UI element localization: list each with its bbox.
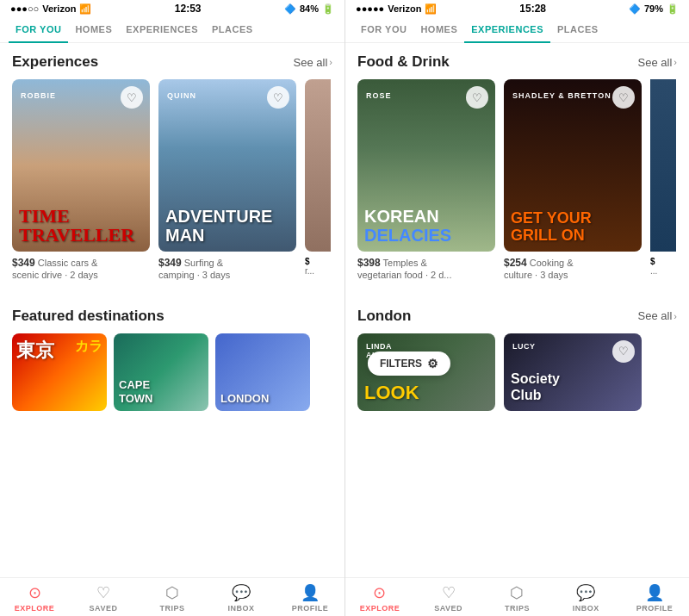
tab-experiences-right[interactable]: EXPERIENCES <box>464 17 550 43</box>
host-label-2: QUINN <box>167 91 196 100</box>
nav-explore-right[interactable]: ⊙ EXPLORE <box>345 583 414 613</box>
host-label-rose: ROSE <box>366 91 392 100</box>
experience-cards-row: ♡ ROBBIE TIMETRAVELLER $349 Classic cars… <box>12 79 332 282</box>
food-drink-section: Food & Drink See all › ♡ ROSE KOREANDELA… <box>345 43 689 285</box>
featured-section: Featured destinations 東京 カラ CAPETOWN LON… <box>0 297 344 414</box>
filter-sliders-icon: ⚙ <box>427 357 438 370</box>
nav-tabs-left: FOR YOU HOMES EXPERIENCES PLACES <box>0 17 344 43</box>
tokyo-secondary-text: カラ <box>75 338 102 356</box>
tab-for-you-left[interactable]: FOR YOU <box>9 17 68 43</box>
dest-tokyo[interactable]: 東京 カラ <box>12 333 107 411</box>
experiences-title: Experiences <box>12 53 98 71</box>
profile-icon: 👤 <box>301 583 320 602</box>
card-image-adventure: ♡ QUINN ADVENTUREMAN <box>158 79 296 252</box>
card-image-grill: ♡ SHADLEY & BRETTON GET YOURGRILL ON <box>504 79 642 252</box>
nav-trips-left[interactable]: ⬡ TRIPS <box>138 583 207 613</box>
london-header: London See all › <box>357 308 677 325</box>
dest-london[interactable]: LONDON <box>215 333 310 411</box>
card-price-grill: $254 <box>504 257 527 269</box>
london-overlay-2: SocietyClub <box>511 370 560 403</box>
london-card-1[interactable]: LINDAALWAYS LOOK FILTERS ⚙ <box>357 333 495 411</box>
card-title-overlay-2: ADVENTUREMAN <box>158 200 296 252</box>
food-drink-see-all[interactable]: See all › <box>638 56 677 69</box>
card-title-korean: KOREANDELACIES <box>364 207 488 245</box>
signal-dots-right: ●●●●● <box>356 3 384 14</box>
nav-saved-right[interactable]: ♡ SAVED <box>414 583 483 613</box>
tab-places-left[interactable]: PLACES <box>205 17 260 43</box>
wifi-icon: 📶 <box>79 3 91 15</box>
nav-trips-right[interactable]: ⬡ TRIPS <box>483 583 552 613</box>
wishlist-button-grill[interactable]: ♡ <box>612 86 635 109</box>
carrier-label: Verizon <box>42 3 76 14</box>
wishlist-button-korean[interactable]: ♡ <box>466 86 488 109</box>
london-cards-row: LINDAALWAYS LOOK FILTERS ⚙ ♡ LUCY Societ… <box>357 333 677 411</box>
time-display-right: 15:28 <box>519 3 546 15</box>
battery-pct-right: 79% <box>644 3 663 14</box>
card-title-overlay-1: TIMETRAVELLER <box>12 200 150 252</box>
card-grill[interactable]: ♡ SHADLEY & BRETTON GET YOURGRILL ON $25… <box>504 79 642 282</box>
experiences-section: Experiences See all › ♡ ROBBIE TIMETRAVE… <box>0 43 344 285</box>
explore-icon-right: ⊙ <box>373 583 386 602</box>
featured-title: Featured destinations <box>12 308 164 325</box>
london-see-all[interactable]: See all › <box>638 309 677 322</box>
card-price-korean: $398 <box>357 257 381 269</box>
london-overlay-1: LOOK <box>364 382 419 404</box>
inbox-icon-right: 💬 <box>576 583 595 602</box>
card-adventure-man[interactable]: ♡ QUINN ADVENTUREMAN $349 Surfing &campi… <box>158 79 296 282</box>
filters-label: FILTERS <box>380 358 422 370</box>
london-section: London See all › LINDAALWAYS LOOK FILTER… <box>345 297 689 414</box>
nav-profile-left[interactable]: 👤 PROFILE <box>276 583 344 613</box>
card-info-1: $349 Classic cars &scenic drive · 2 days <box>12 257 150 282</box>
tab-for-you-right[interactable]: FOR YOU <box>354 17 413 43</box>
phone-panel-right: ●●●●● Verizon 📶 15:28 🔷 79% 🔋 FOR YOU HO… <box>344 0 689 616</box>
london-card-2[interactable]: ♡ LUCY SocietyClub <box>504 333 642 411</box>
nav-profile-right[interactable]: 👤 PROFILE <box>620 583 689 613</box>
partial-desc-right: ... <box>650 266 676 276</box>
bottom-nav-right: ⊙ EXPLORE ♡ SAVED ⬡ TRIPS 💬 INBOX 👤 PROF… <box>345 577 689 616</box>
trips-icon-right: ⬡ <box>510 583 524 602</box>
card-korean-delicacies[interactable]: ♡ ROSE KOREANDELACIES $398 Temples &vege… <box>357 79 495 282</box>
dest-cape-town[interactable]: CAPETOWN <box>114 333 208 411</box>
tab-homes-right[interactable]: HOMES <box>413 17 464 43</box>
status-bar-right: ●●●●● Verizon 📶 15:28 🔷 79% 🔋 <box>345 0 689 17</box>
host-label-shadley: SHADLEY & BRETTON <box>512 91 611 100</box>
london-dest-label: LONDON <box>220 392 269 406</box>
card-image-korean: ♡ ROSE KOREANDELACIES <box>357 79 495 252</box>
food-drink-title: Food & Drink <box>357 53 450 71</box>
card-partial-left: $ r... <box>305 79 331 282</box>
food-drink-header: Food & Drink See all › <box>357 53 677 71</box>
food-cards-row: ♡ ROSE KOREANDELACIES $398 Temples &vege… <box>357 79 677 282</box>
nav-inbox-left[interactable]: 💬 INBOX <box>207 583 276 613</box>
nav-saved-left[interactable]: ♡ SAVED <box>69 583 138 613</box>
card-partial-right: $ ... <box>650 79 676 282</box>
partial-card-image <box>305 79 331 252</box>
tab-places-right[interactable]: PLACES <box>550 17 605 43</box>
battery-icon: 🔋 <box>322 3 334 15</box>
battery-icon-right: 🔋 <box>667 3 679 15</box>
experiences-see-all[interactable]: See all › <box>294 56 332 69</box>
wishlist-button-2[interactable]: ♡ <box>267 86 289 109</box>
status-bar-left: ●●●○○ Verizon 📶 12:53 🔷 84% 🔋 <box>0 0 344 17</box>
explore-icon: ⊙ <box>28 583 41 602</box>
saved-icon-right: ♡ <box>442 583 456 602</box>
card-time-traveller[interactable]: ♡ ROBBIE TIMETRAVELLER $349 Classic cars… <box>12 79 150 282</box>
wishlist-button-1[interactable]: ♡ <box>121 86 143 109</box>
tab-experiences-left[interactable]: EXPERIENCES <box>119 17 205 43</box>
partial-desc: r... <box>305 266 331 276</box>
filters-button[interactable]: FILTERS ⚙ <box>368 352 450 376</box>
time-display: 12:53 <box>175 3 202 15</box>
bottom-nav-left: ⊙ EXPLORE ♡ SAVED ⬡ TRIPS 💬 INBOX 👤 PROF… <box>0 577 344 616</box>
chevron-right-food-icon: › <box>673 57 677 67</box>
london-host-2: LUCY <box>512 342 536 351</box>
wishlist-button-london[interactable]: ♡ <box>612 340 635 363</box>
carrier-label-right: Verizon <box>388 3 421 14</box>
nav-inbox-right[interactable]: 💬 INBOX <box>551 583 620 613</box>
inbox-icon: 💬 <box>232 583 251 602</box>
chevron-right-icon: › <box>329 57 332 67</box>
cape-town-label: CAPETOWN <box>119 378 152 405</box>
nav-explore-left[interactable]: ⊙ EXPLORE <box>0 583 69 613</box>
content-right: Food & Drink See all › ♡ ROSE KOREANDELA… <box>345 43 689 577</box>
tab-homes-left[interactable]: HOMES <box>68 17 119 43</box>
status-right-right: 🔷 79% 🔋 <box>629 3 679 15</box>
bluetooth-icon-right: 🔷 <box>629 3 641 15</box>
